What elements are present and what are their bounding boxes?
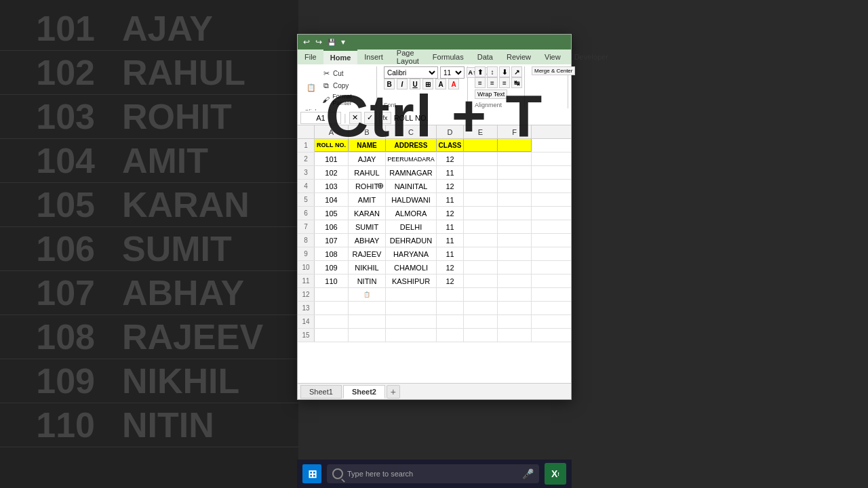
cell-d2[interactable]: 12 [437, 152, 464, 165]
cell-c6[interactable]: ALMORA [386, 207, 437, 220]
cell-c10[interactable]: CHAMOLI [386, 261, 437, 274]
cell-c5[interactable]: HALDWANI [386, 193, 437, 206]
cell-e14[interactable] [464, 315, 498, 328]
cell-c15[interactable] [386, 329, 437, 342]
cell-f13[interactable] [498, 302, 532, 314]
cell-e11[interactable] [464, 274, 498, 287]
underline-button[interactable]: U [410, 79, 420, 89]
save-button[interactable]: 💾 [326, 38, 337, 47]
tab-developer[interactable]: Developer [568, 49, 615, 64]
cell-b12[interactable]: 📋 [349, 288, 386, 301]
cell-b10[interactable]: NIKHIL [349, 261, 386, 274]
cell-c7[interactable]: DELHI [386, 220, 437, 233]
indent-button[interactable]: ↹ [511, 77, 522, 88]
start-button[interactable]: ⊞ [302, 464, 321, 483]
cell-a13[interactable] [315, 302, 349, 314]
cell-b2[interactable]: AJAY [349, 152, 386, 165]
font-name-select[interactable]: Calibri [384, 66, 438, 79]
cell-a14[interactable] [315, 315, 349, 328]
cell-d10[interactable]: 12 [437, 261, 464, 274]
cell-c9[interactable]: HARYANA [386, 247, 437, 260]
cell-f5[interactable] [498, 193, 532, 206]
font-size-select[interactable]: 11 [440, 66, 465, 79]
cell-b4[interactable]: ROHIT ⊕ [349, 180, 386, 192]
cell-d12[interactable] [437, 288, 464, 301]
cell-c2[interactable]: PEERUMADARA [386, 152, 437, 165]
tab-formulas[interactable]: Formulas [426, 49, 471, 64]
insert-function-button[interactable]: fx [379, 112, 391, 124]
cell-a9[interactable]: 108 [315, 247, 349, 260]
cell-e8[interactable] [464, 234, 498, 247]
fill-color-button[interactable]: A [435, 79, 446, 89]
cell-a7[interactable]: 106 [315, 220, 349, 233]
tab-file[interactable]: File [298, 49, 323, 64]
copy-button[interactable]: ⧉ Copy [319, 80, 372, 91]
cell-a12[interactable] [315, 288, 349, 301]
cell-a2[interactable]: 101 [315, 152, 349, 165]
add-sheet-button[interactable]: + [387, 385, 400, 399]
cell-b1[interactable]: NAME [349, 139, 386, 152]
cell-a3[interactable]: 102 [315, 166, 349, 179]
cell-e1[interactable] [464, 139, 498, 152]
paste-button[interactable]: 📋 [304, 82, 318, 93]
tab-home[interactable]: Home [323, 49, 358, 64]
tab-page-layout[interactable]: Page Layout [390, 49, 426, 64]
cell-a6[interactable]: 105 [315, 207, 349, 220]
cell-f1[interactable] [498, 139, 532, 152]
cell-e9[interactable] [464, 247, 498, 260]
column-header-e[interactable]: E [464, 125, 498, 138]
cell-d11[interactable]: 12 [437, 274, 464, 287]
confirm-formula-button[interactable]: ✓ [364, 112, 376, 124]
undo-button[interactable]: ↩ [302, 37, 311, 47]
cell-b14[interactable] [349, 315, 386, 328]
cell-d1[interactable]: CLASS [437, 139, 464, 152]
sheet-tab-sheet2[interactable]: Sheet2 [343, 385, 385, 399]
align-top-button[interactable]: ⬆ [475, 66, 486, 77]
cell-a10[interactable]: 109 [315, 261, 349, 274]
cell-e15[interactable] [464, 329, 498, 342]
cell-c11[interactable]: KASHIPUR [386, 274, 437, 287]
column-header-a[interactable]: A [315, 125, 349, 138]
cancel-formula-button[interactable]: ✕ [349, 112, 361, 124]
cell-c8[interactable]: DEHRADUN [386, 234, 437, 247]
wrap-text-button[interactable]: Wrap Text [475, 89, 507, 99]
column-header-c[interactable]: C [386, 125, 437, 138]
cell-b6[interactable]: KARAN [349, 207, 386, 220]
cell-d9[interactable]: 11 [437, 247, 464, 260]
cell-e2[interactable] [464, 152, 498, 165]
tab-data[interactable]: Data [471, 49, 500, 64]
cell-e7[interactable] [464, 220, 498, 233]
cell-f9[interactable] [498, 247, 532, 260]
cell-a8[interactable]: 107 [315, 234, 349, 247]
column-header-f[interactable]: F [498, 125, 532, 138]
column-header-b[interactable]: B [349, 125, 386, 138]
cell-b15[interactable] [349, 329, 386, 342]
tab-insert[interactable]: Insert [357, 49, 390, 64]
cell-e6[interactable] [464, 207, 498, 220]
microphone-icon[interactable]: 🎤 [522, 468, 534, 479]
cell-d3[interactable]: 11 [437, 166, 464, 179]
font-color-button[interactable]: A [448, 79, 459, 89]
cell-a4[interactable]: 103 [315, 180, 349, 192]
cell-e4[interactable] [464, 180, 498, 192]
cell-a1[interactable]: ROLL NO. [315, 139, 349, 152]
customize-qat-button[interactable]: ▾ [340, 37, 347, 47]
cell-b3[interactable]: RAHUL [349, 166, 386, 179]
align-left-button[interactable]: ≡ [475, 77, 486, 88]
cut-button[interactable]: ✂ Cut [319, 68, 372, 79]
redo-button[interactable]: ↪ [314, 37, 323, 47]
cell-a5[interactable]: 104 [315, 193, 349, 206]
align-middle-button[interactable]: ↕ [487, 66, 498, 77]
cell-f3[interactable] [498, 166, 532, 179]
align-bottom-button[interactable]: ⬇ [499, 66, 510, 77]
cell-a15[interactable] [315, 329, 349, 342]
tab-view[interactable]: View [538, 49, 568, 64]
cell-e5[interactable] [464, 193, 498, 206]
cell-f10[interactable] [498, 261, 532, 274]
cell-d15[interactable] [437, 329, 464, 342]
cell-b11[interactable]: NITIN [349, 274, 386, 287]
sheet-tab-sheet1[interactable]: Sheet1 [300, 385, 342, 399]
cell-d14[interactable] [437, 315, 464, 328]
cell-f11[interactable] [498, 274, 532, 287]
cell-e10[interactable] [464, 261, 498, 274]
